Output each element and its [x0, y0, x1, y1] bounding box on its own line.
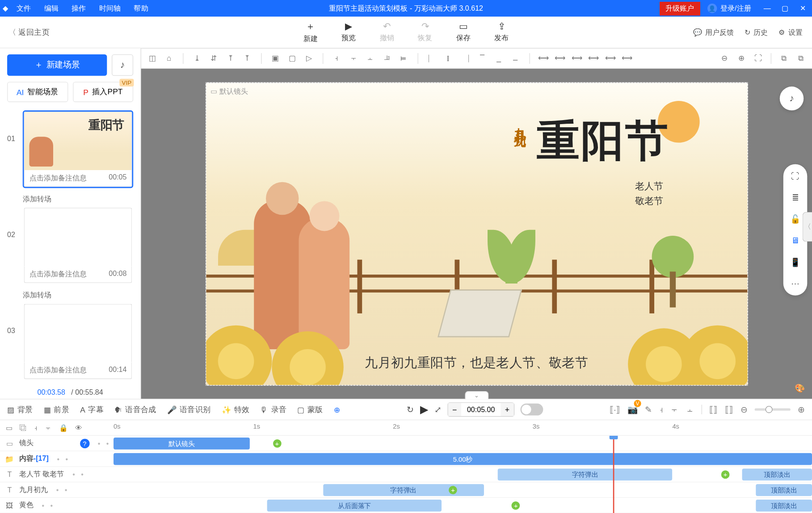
bt-蒙版[interactable]: ▢蒙版: [297, 404, 323, 415]
row-head[interactable]: 📁 内容-[17] ••: [0, 454, 114, 464]
sub-titles[interactable]: 老人节敬老节: [635, 178, 664, 209]
scene-card-01[interactable]: 重阳节 点击添加备注信息00:05: [23, 110, 133, 188]
bt-录音[interactable]: 🎙录音: [260, 404, 286, 415]
time-input[interactable]: [461, 403, 501, 416]
canvas-stage[interactable]: ▭ 默认镜头 九月初九: [205, 82, 748, 385]
history-icon[interactable]: ↻: [407, 405, 414, 414]
zoom-out-icon[interactable]: ⊖: [718, 52, 731, 65]
bt-背景[interactable]: ▨背景: [7, 404, 33, 415]
dist-bottom-icon[interactable]: ⫡: [381, 52, 394, 65]
toggle-switch[interactable]: [520, 404, 543, 416]
tl-tool1-icon[interactable]: ▭: [6, 424, 13, 432]
align-top2-icon[interactable]: ⤒: [241, 52, 254, 65]
align-c-icon[interactable]: ⫿: [442, 52, 455, 65]
row-head[interactable]: T 老人节 敬老节 ••: [0, 469, 114, 480]
scene-card-02[interactable]: 点击添加备注信息00:08: [23, 207, 133, 284]
spacing5-icon[interactable]: ⟷: [621, 52, 634, 65]
clip[interactable]: 字符弹出: [498, 469, 673, 481]
align-r-icon[interactable]: ⎹: [459, 52, 472, 65]
scene-thumb[interactable]: 重阳节: [24, 112, 132, 170]
spacing2-icon[interactable]: ⟷: [571, 52, 584, 65]
bt-特效[interactable]: ✨特效: [222, 404, 250, 415]
dist-v-icon[interactable]: ⫟: [347, 52, 360, 65]
align-b-icon[interactable]: ⎽: [509, 52, 522, 65]
add-clip-icon[interactable]: +: [512, 501, 520, 510]
bt-语音合成[interactable]: 🗣语音合成: [114, 404, 156, 415]
handles-icon[interactable]: ◫: [146, 52, 159, 65]
fit-icon[interactable]: ⛶: [752, 52, 765, 65]
menu-timeline[interactable]: 时间轴: [93, 3, 127, 13]
tl-lock-icon[interactable]: 🔒: [59, 424, 68, 432]
scene-note[interactable]: 点击添加备注信息: [29, 173, 87, 184]
clip[interactable]: 默认镜头: [114, 438, 250, 450]
row-head[interactable]: 🖼 黄色 ••: [0, 500, 114, 510]
menu-file[interactable]: 文件: [11, 3, 37, 13]
clip[interactable]: 从后面落下: [267, 500, 442, 512]
timeline-ruler[interactable]: 0s1s2s3s4s5s: [114, 420, 812, 435]
row-head[interactable]: T 九月初九 ••: [0, 485, 114, 495]
minimize-button[interactable]: —: [758, 4, 776, 13]
mobile-icon[interactable]: 📱: [789, 256, 801, 268]
login-button[interactable]: 👤 登录/注册: [700, 3, 758, 13]
split-icon[interactable]: ⫞: [659, 405, 663, 414]
track[interactable]: 默认镜头+: [114, 436, 812, 450]
clip[interactable]: 5.00秒: [114, 453, 812, 465]
toolbar-设置[interactable]: ⚙设置: [778, 27, 802, 38]
add-clip-icon[interactable]: +: [721, 471, 730, 479]
subtitle-text[interactable]: 九月初九重阳节，也是老人节、敬老节: [206, 354, 747, 371]
track[interactable]: 从后面落下顶部淡出+: [114, 498, 812, 513]
time-plus[interactable]: +: [501, 403, 513, 416]
row-head[interactable]: ▭ 镜头 ? ••: [0, 438, 114, 448]
play-button[interactable]: ▶: [420, 403, 429, 416]
toolbar-用户反馈[interactable]: 💬用户反馈: [693, 27, 734, 38]
close-button[interactable]: ✕: [794, 4, 812, 13]
toolbar-历史[interactable]: ↻历史: [745, 27, 768, 38]
bt-前景[interactable]: ▦前景: [44, 404, 69, 415]
color-picker-icon[interactable]: 🎨: [795, 383, 805, 392]
zoom-in-tl-icon[interactable]: ⊕: [798, 405, 805, 414]
expand-icon[interactable]: ⤢: [434, 405, 442, 414]
collapse-handle[interactable]: ⌄: [465, 391, 488, 400]
spacing-h-icon[interactable]: ⟷: [537, 52, 550, 65]
marker2-icon[interactable]: ⟦⟧: [725, 405, 733, 414]
toolbar-预览[interactable]: ▶预览: [341, 20, 356, 44]
tl-tool2-icon[interactable]: ⿻: [20, 424, 27, 432]
align-middle-icon[interactable]: ⇵: [207, 52, 220, 65]
scene-note[interactable]: 点击添加备注信息: [29, 269, 87, 279]
spacing4-icon[interactable]: ⟷: [604, 52, 617, 65]
music-button[interactable]: ♪: [112, 54, 133, 76]
paste-icon[interactable]: ⧉: [794, 52, 807, 65]
main-title[interactable]: 重阳节: [537, 118, 669, 161]
align-t-icon[interactable]: ⎺: [475, 52, 488, 65]
keyframe-icon[interactable]: ⟦·⟧: [610, 405, 620, 414]
toolbar-新建[interactable]: ＋新建: [303, 20, 318, 44]
clip[interactable]: 字符弹出: [323, 484, 484, 496]
align-m-icon[interactable]: ⎯: [492, 52, 505, 65]
zoom-out-tl-icon[interactable]: ⊖: [740, 405, 748, 414]
forward-icon[interactable]: ▷: [303, 52, 316, 65]
dist-center-icon[interactable]: ⫢: [397, 52, 410, 65]
camera-icon[interactable]: 📷: [627, 405, 638, 414]
align-l-icon[interactable]: ⎸: [425, 52, 438, 65]
more-tools-icon[interactable]: ⊕: [334, 405, 341, 414]
copy-icon[interactable]: ⧉: [777, 52, 790, 65]
tl-tool3-icon[interactable]: ⫞: [34, 424, 38, 432]
toolbar-发布[interactable]: ⇪发布: [494, 20, 509, 44]
group-icon[interactable]: ▣: [269, 52, 282, 65]
camera-label[interactable]: ▭ 默认镜头: [210, 86, 248, 96]
insert-ppt-button[interactable]: P 插入PPT VIP: [72, 82, 133, 102]
maximize-button[interactable]: ▢: [776, 4, 794, 13]
time-stepper[interactable]: − +: [447, 402, 514, 417]
fullscreen-icon[interactable]: ⛶: [789, 170, 801, 182]
transition-label[interactable]: 添加转场: [7, 287, 133, 303]
ungroup-icon[interactable]: ▢: [286, 52, 299, 65]
tl-eye-icon[interactable]: 👁: [75, 424, 82, 432]
align-bottom-icon[interactable]: ⤓: [191, 52, 204, 65]
vertical-text[interactable]: 九月初九: [512, 118, 528, 128]
playhead[interactable]: [613, 436, 614, 513]
transition-label[interactable]: 添加转场: [7, 191, 133, 207]
lock-icon[interactable]: 🔓: [789, 213, 801, 225]
layers-icon[interactable]: ≣: [789, 192, 801, 204]
scene-thumb[interactable]: [24, 304, 132, 363]
marker1-icon[interactable]: ⟦⟧: [709, 405, 718, 414]
